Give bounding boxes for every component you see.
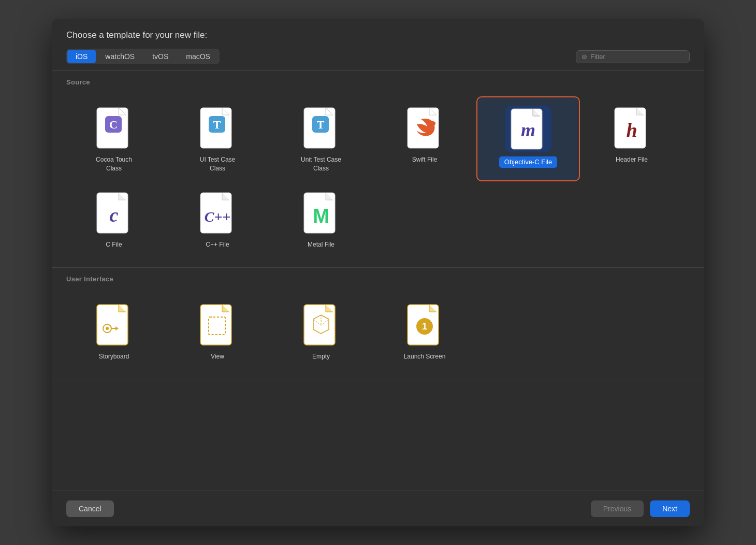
svg-text:1: 1 bbox=[422, 321, 427, 332]
tab-ios[interactable]: iOS bbox=[67, 50, 96, 63]
tab-tvos[interactable]: tvOS bbox=[144, 50, 177, 63]
file-item-launch-screen[interactable]: 1 Launch Screen bbox=[373, 293, 476, 369]
unit-test-icon: T bbox=[298, 105, 344, 151]
cancel-button[interactable]: Cancel bbox=[66, 500, 114, 517]
view-icon bbox=[194, 302, 241, 348]
view-label: View bbox=[211, 352, 224, 361]
storyboard-label: Storyboard bbox=[99, 352, 129, 361]
svg-text:M: M bbox=[313, 205, 329, 227]
svg-point-22 bbox=[106, 327, 109, 330]
tabs-row: iOS watchOS tvOS macOS ⊜ bbox=[52, 49, 704, 71]
file-item-metal[interactable]: M Metal File bbox=[269, 181, 373, 257]
filter-wrap: ⊜ bbox=[576, 50, 690, 63]
user-interface-label: User Interface bbox=[52, 268, 704, 288]
launch-screen-icon: 1 bbox=[401, 302, 448, 348]
tab-macos[interactable]: macOS bbox=[178, 50, 219, 63]
c-icon: c bbox=[91, 190, 137, 236]
svg-text:T: T bbox=[213, 118, 221, 131]
source-grid: C Cocoa TouchClass T bbox=[52, 91, 704, 267]
file-item-empty[interactable]: Empty bbox=[269, 293, 373, 369]
previous-button[interactable]: Previous bbox=[591, 500, 644, 517]
footer: Cancel Previous Next bbox=[52, 491, 704, 526]
unit-test-label: Unit Test CaseClass bbox=[301, 155, 341, 173]
header-icon: h bbox=[608, 105, 655, 151]
next-button[interactable]: Next bbox=[650, 500, 690, 517]
ui-test-icon: T bbox=[194, 105, 241, 151]
dialog: Choose a template for your new file: iOS… bbox=[52, 19, 704, 526]
ui-test-label: UI Test CaseClass bbox=[200, 155, 235, 173]
svg-text:T: T bbox=[317, 118, 325, 131]
empty-label: Empty bbox=[312, 352, 330, 361]
svg-text:m: m bbox=[521, 120, 535, 140]
metal-icon: M bbox=[298, 190, 344, 236]
objc-icon: m bbox=[505, 106, 551, 152]
content-area: Source C Cocoa TouchClass bbox=[52, 71, 704, 491]
file-item-unit-test[interactable]: T Unit Test CaseClass bbox=[269, 96, 373, 181]
tab-group: iOS watchOS tvOS macOS bbox=[66, 49, 220, 64]
file-item-c[interactable]: c C File bbox=[62, 181, 166, 257]
file-item-cpp[interactable]: C++ C++ File bbox=[166, 181, 269, 257]
cpp-label: C++ File bbox=[206, 240, 229, 249]
svg-text:c: c bbox=[110, 204, 119, 226]
file-item-header[interactable]: h Header File bbox=[580, 96, 684, 181]
file-item-storyboard[interactable]: Storyboard bbox=[62, 293, 166, 369]
header-label: Header File bbox=[616, 155, 648, 164]
cocoa-touch-icon: C bbox=[91, 105, 137, 151]
filter-input[interactable] bbox=[590, 53, 684, 61]
empty-icon bbox=[298, 302, 344, 348]
svg-text:h: h bbox=[626, 119, 637, 141]
ui-grid: Storyboard View bbox=[52, 288, 704, 380]
file-item-objc[interactable]: m Objective-C File bbox=[476, 96, 580, 181]
filter-icon: ⊜ bbox=[581, 53, 587, 61]
cocoa-touch-label: Cocoa TouchClass bbox=[96, 155, 132, 173]
tab-watchos[interactable]: watchOS bbox=[97, 50, 143, 63]
file-item-view[interactable]: View bbox=[166, 293, 269, 369]
user-interface-section: User Interface bbox=[52, 268, 704, 380]
source-label: Source bbox=[52, 71, 704, 91]
dialog-title: Choose a template for your new file: bbox=[52, 19, 704, 49]
objc-label: Objective-C File bbox=[499, 156, 557, 168]
source-section: Source C Cocoa TouchClass bbox=[52, 71, 704, 268]
cpp-icon: C++ bbox=[194, 190, 241, 236]
swift-icon bbox=[401, 105, 448, 151]
file-item-ui-test[interactable]: T UI Test CaseClass bbox=[166, 96, 269, 181]
c-label: C File bbox=[106, 240, 122, 249]
swift-label: Swift File bbox=[412, 155, 438, 164]
file-item-cocoa-touch[interactable]: C Cocoa TouchClass bbox=[62, 96, 166, 181]
svg-text:C: C bbox=[109, 118, 118, 131]
launch-screen-label: Launch Screen bbox=[404, 352, 446, 361]
svg-text:C++: C++ bbox=[205, 209, 231, 225]
storyboard-icon bbox=[91, 302, 137, 348]
file-item-swift[interactable]: Swift File bbox=[373, 96, 476, 181]
metal-label: Metal File bbox=[308, 240, 335, 249]
